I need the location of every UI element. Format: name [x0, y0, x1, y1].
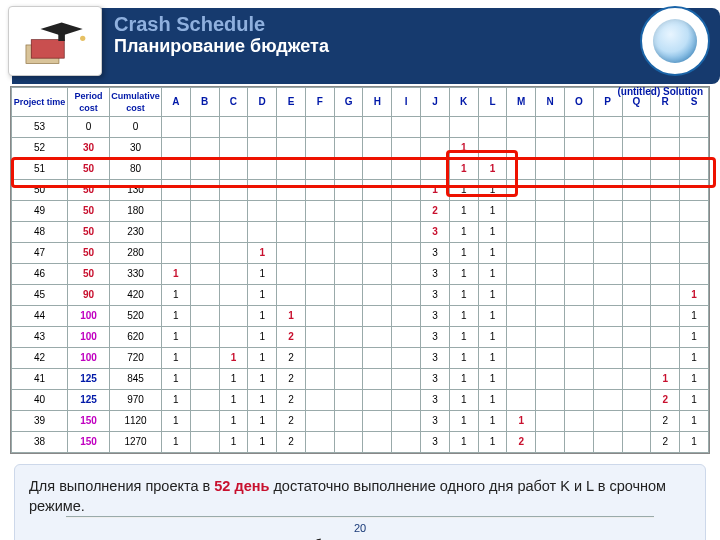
- table-row: 3915011201112311121: [12, 411, 709, 432]
- table-cell: [536, 264, 565, 285]
- explanation-line2: В этом случае дополнительные издержки бу…: [29, 536, 691, 540]
- table-cell: 1: [478, 285, 507, 306]
- table-cell: 1: [680, 369, 709, 390]
- table-cell: 53: [12, 117, 68, 138]
- col-header: N: [536, 88, 565, 117]
- table-cell: [305, 180, 334, 201]
- table-cell: [564, 411, 593, 432]
- table-cell: [363, 117, 392, 138]
- col-header: K: [449, 88, 478, 117]
- table-cell: [162, 117, 191, 138]
- table-cell: [507, 369, 536, 390]
- col-header: L: [478, 88, 507, 117]
- table-cell: 1: [162, 306, 191, 327]
- table-cell: [305, 201, 334, 222]
- table-cell: [593, 117, 622, 138]
- table-cell: [363, 327, 392, 348]
- table-cell: 50: [12, 180, 68, 201]
- table-cell: [421, 159, 450, 180]
- explanation-pre1: Для выполнения проекта в: [29, 478, 214, 494]
- table-cell: [392, 369, 421, 390]
- explanation-days: 52 день: [214, 478, 269, 494]
- table-cell: [277, 243, 306, 264]
- table-cell: [622, 201, 651, 222]
- table-cell: [507, 222, 536, 243]
- table-cell: 46: [12, 264, 68, 285]
- table-cell: [564, 285, 593, 306]
- table-cell: 3: [421, 222, 450, 243]
- table-cell: 3: [421, 327, 450, 348]
- table-cell: 1: [162, 369, 191, 390]
- table-header-row: Project timePeriod costCumulative costAB…: [12, 88, 709, 117]
- table-cell: 1: [507, 411, 536, 432]
- table-row: 4210072011123111: [12, 348, 709, 369]
- col-header: O: [564, 88, 593, 117]
- table-cell: [392, 264, 421, 285]
- table-cell: 0: [68, 117, 110, 138]
- table-cell: 30: [68, 138, 110, 159]
- table-cell: 1: [248, 264, 277, 285]
- table-cell: [305, 348, 334, 369]
- table-cell: [392, 222, 421, 243]
- table-cell: 1: [219, 411, 248, 432]
- table-cell: [277, 117, 306, 138]
- table-cell: 1: [449, 180, 478, 201]
- col-header: D: [248, 88, 277, 117]
- table-cell: 1: [248, 348, 277, 369]
- table-cell: 1: [449, 159, 478, 180]
- table-cell: 0: [110, 117, 162, 138]
- table-cell: [651, 285, 680, 306]
- table-cell: [219, 222, 248, 243]
- table-cell: [305, 285, 334, 306]
- col-header: I: [392, 88, 421, 117]
- table-cell: [536, 327, 565, 348]
- table-cell: 90: [68, 285, 110, 306]
- table-cell: [536, 222, 565, 243]
- table-cell: [305, 390, 334, 411]
- table-cell: 1: [478, 432, 507, 453]
- table-cell: 42: [12, 348, 68, 369]
- table-cell: 420: [110, 285, 162, 306]
- table-cell: [248, 180, 277, 201]
- table-cell: 3: [421, 432, 450, 453]
- table-cell: 2: [651, 432, 680, 453]
- table-cell: 1: [449, 306, 478, 327]
- table-cell: 100: [68, 327, 110, 348]
- table-cell: [622, 432, 651, 453]
- table-cell: 1: [478, 222, 507, 243]
- table-cell: [305, 264, 334, 285]
- table-cell: 1: [680, 390, 709, 411]
- table-cell: 1: [449, 327, 478, 348]
- table-cell: 1: [248, 306, 277, 327]
- table-row: 441005201113111: [12, 306, 709, 327]
- table-cell: [190, 117, 219, 138]
- table-cell: [363, 369, 392, 390]
- table-caption: (untitled) Solution: [617, 86, 703, 97]
- table-cell: [564, 348, 593, 369]
- table-cell: 2: [507, 432, 536, 453]
- table-cell: [593, 306, 622, 327]
- table-cell: 3: [421, 285, 450, 306]
- table-cell: 44: [12, 306, 68, 327]
- table-cell: [277, 285, 306, 306]
- table-cell: 100: [68, 348, 110, 369]
- table-cell: [305, 369, 334, 390]
- table-cell: [622, 159, 651, 180]
- table-cell: [219, 201, 248, 222]
- table-cell: [305, 432, 334, 453]
- table-cell: 1: [421, 180, 450, 201]
- table-cell: [190, 390, 219, 411]
- table-cell: [334, 306, 363, 327]
- table-cell: [363, 138, 392, 159]
- table-cell: [564, 117, 593, 138]
- table-cell: [651, 264, 680, 285]
- table-cell: [392, 306, 421, 327]
- table-row: 5050130111: [12, 180, 709, 201]
- table-cell: 1: [162, 327, 191, 348]
- table-cell: [305, 306, 334, 327]
- table-cell: [536, 306, 565, 327]
- table-cell: 1: [478, 390, 507, 411]
- table-cell: [334, 138, 363, 159]
- table-cell: [190, 138, 219, 159]
- table-cell: [277, 159, 306, 180]
